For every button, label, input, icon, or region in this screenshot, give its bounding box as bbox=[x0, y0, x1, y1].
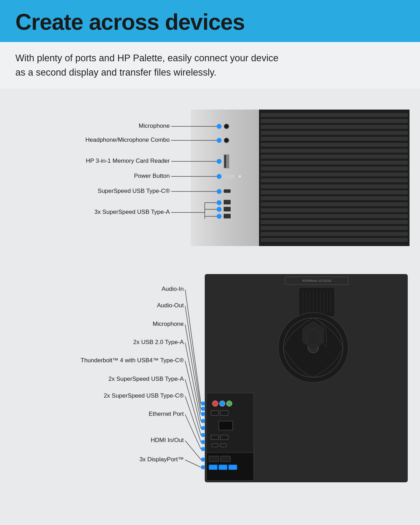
svg-point-38 bbox=[217, 124, 222, 129]
svg-rect-16 bbox=[261, 190, 408, 194]
svg-point-52 bbox=[217, 200, 222, 205]
svg-rect-83 bbox=[212, 444, 218, 447]
svg-rect-12 bbox=[261, 167, 408, 170]
svg-point-96 bbox=[201, 433, 205, 437]
svg-point-44 bbox=[217, 174, 222, 179]
svg-point-76 bbox=[226, 401, 232, 406]
svg-rect-80 bbox=[219, 422, 232, 429]
rear-label-microphone: Microphone bbox=[153, 321, 184, 327]
svg-rect-30 bbox=[224, 155, 226, 168]
rear-label-audioout: Audio-Out bbox=[157, 302, 184, 309]
svg-rect-11 bbox=[261, 161, 408, 164]
rear-label-ethernet: Ethernet Port bbox=[149, 411, 184, 417]
svg-point-94 bbox=[201, 419, 205, 423]
subtitle-text: With plenty of ports and HP Palette, eas… bbox=[15, 51, 281, 79]
svg-rect-23 bbox=[261, 232, 408, 236]
svg-point-28 bbox=[225, 139, 227, 141]
svg-point-46 bbox=[217, 189, 222, 194]
svg-text:INTERNAL ACCESS: INTERNAL ACCESS bbox=[302, 279, 331, 282]
svg-rect-78 bbox=[220, 411, 228, 415]
svg-point-53 bbox=[217, 207, 222, 212]
svg-rect-77 bbox=[211, 411, 219, 415]
svg-rect-19 bbox=[261, 208, 408, 212]
rear-label-audioin: Audio-In bbox=[162, 286, 184, 292]
svg-point-32 bbox=[238, 175, 241, 178]
svg-rect-88 bbox=[209, 465, 217, 470]
svg-rect-86 bbox=[209, 456, 219, 462]
svg-rect-10 bbox=[261, 155, 408, 159]
svg-point-54 bbox=[217, 214, 222, 219]
front-label-power: Power Button bbox=[134, 173, 170, 179]
rear-label-usb20: 2x USB 2.0 Type-A bbox=[133, 339, 184, 345]
svg-rect-84 bbox=[220, 444, 226, 447]
svg-rect-22 bbox=[261, 226, 408, 230]
svg-rect-9 bbox=[261, 149, 408, 153]
svg-rect-17 bbox=[261, 196, 408, 200]
svg-rect-82 bbox=[220, 435, 228, 440]
svg-rect-18 bbox=[261, 202, 408, 206]
svg-rect-34 bbox=[224, 200, 231, 204]
svg-point-93 bbox=[201, 412, 205, 416]
svg-rect-21 bbox=[261, 220, 408, 224]
svg-point-40 bbox=[217, 138, 222, 143]
svg-rect-81 bbox=[211, 435, 219, 440]
svg-rect-2 bbox=[259, 110, 410, 246]
svg-rect-6 bbox=[261, 131, 408, 135]
svg-point-91 bbox=[201, 401, 205, 406]
svg-line-103 bbox=[185, 324, 201, 414]
svg-rect-24 bbox=[261, 238, 408, 242]
svg-point-92 bbox=[201, 407, 205, 411]
rear-label-hdmi: HDMI In/Out bbox=[151, 437, 184, 443]
rear-panel-diagram: INTERNAL ACCESS bbox=[9, 271, 411, 488]
svg-line-101 bbox=[185, 289, 201, 404]
front-panel-section: Microphone Headphone/Microphone Combo HP… bbox=[9, 103, 411, 253]
rear-label-ssusba: 2x SuperSpeed USB Type-A bbox=[108, 376, 184, 382]
svg-rect-36 bbox=[224, 214, 231, 218]
svg-rect-35 bbox=[224, 207, 231, 211]
front-label-microphone: Microphone bbox=[139, 122, 170, 129]
front-label-usba: 3x SuperSpeed USB Type-A bbox=[94, 209, 170, 215]
svg-line-110 bbox=[185, 460, 201, 467]
svg-rect-33 bbox=[224, 189, 231, 193]
front-label-cardreader: HP 3-in-1 Memory Card Reader bbox=[86, 158, 170, 164]
svg-rect-20 bbox=[261, 214, 408, 218]
rear-label-ssusbc: 2x SuperSpeed USB Type-C® bbox=[104, 392, 184, 399]
svg-point-98 bbox=[201, 447, 205, 451]
svg-point-100 bbox=[201, 465, 205, 469]
svg-rect-8 bbox=[261, 143, 408, 147]
rear-label-thunderbolt: Thunderbolt™ 4 with USB4™ Type-C® bbox=[80, 357, 184, 364]
svg-rect-4 bbox=[261, 119, 408, 123]
rear-panel-section: INTERNAL ACCESS bbox=[9, 271, 411, 488]
header-section: Create across devices bbox=[0, 0, 420, 42]
svg-point-97 bbox=[201, 440, 205, 444]
svg-point-99 bbox=[201, 457, 205, 462]
svg-point-95 bbox=[201, 426, 205, 430]
svg-rect-13 bbox=[261, 173, 408, 176]
svg-rect-14 bbox=[261, 178, 408, 182]
svg-point-75 bbox=[219, 401, 225, 406]
svg-rect-31 bbox=[223, 174, 235, 178]
svg-point-74 bbox=[212, 401, 218, 406]
front-label-usbc: SuperSpeed USB Type-C® bbox=[98, 188, 170, 194]
svg-rect-89 bbox=[219, 465, 227, 470]
svg-rect-5 bbox=[261, 125, 408, 129]
front-panel-diagram: Microphone Headphone/Microphone Combo HP… bbox=[9, 103, 411, 253]
rear-label-displayport: 3x DisplayPort™ bbox=[139, 456, 184, 463]
svg-point-42 bbox=[217, 159, 222, 164]
subtitle-section: With plenty of ports and HP Palette, eas… bbox=[0, 42, 420, 89]
page-title: Create across devices bbox=[15, 10, 405, 34]
svg-rect-15 bbox=[261, 184, 408, 188]
svg-rect-90 bbox=[229, 465, 237, 470]
svg-rect-3 bbox=[261, 113, 408, 117]
svg-point-26 bbox=[225, 125, 227, 127]
svg-rect-87 bbox=[220, 456, 230, 462]
svg-line-104 bbox=[185, 343, 201, 421]
svg-rect-7 bbox=[261, 137, 408, 141]
front-label-headphone: Headphone/Microphone Combo bbox=[85, 136, 170, 143]
main-content: Microphone Headphone/Microphone Combo HP… bbox=[0, 89, 420, 488]
